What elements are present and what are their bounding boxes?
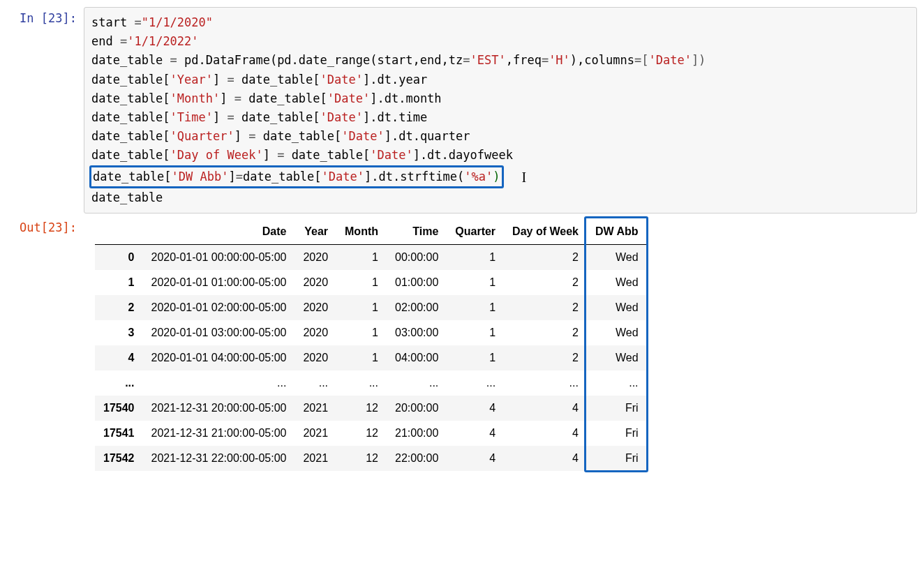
- cell-dwabb: ...: [587, 370, 647, 396]
- row-index: 17541: [95, 421, 143, 446]
- cell-dayofweek: 2: [504, 270, 587, 295]
- row-index: 17540: [95, 396, 143, 421]
- cell-time: 02:00:00: [387, 295, 447, 320]
- code-input-area[interactable]: start ="1/1/2020"end ='1/1/2022'date_tab…: [84, 7, 917, 213]
- dataframe-table: Date Year Month Time Quarter Day of Week…: [95, 219, 647, 471]
- cell-date: ...: [143, 370, 295, 396]
- input-prompt: In [23]:: [7, 7, 84, 25]
- cell-dwabb: Wed: [587, 244, 647, 270]
- output-prompt: Out[23]:: [7, 216, 84, 234]
- table-row: 175402021-12-31 20:00:00-05:0020211220:0…: [95, 396, 647, 421]
- cell-dwabb: Wed: [587, 270, 647, 295]
- cell-date: 2020-01-01 01:00:00-05:00: [143, 270, 295, 295]
- row-index: 17542: [95, 446, 143, 471]
- cell-month: 1: [336, 345, 387, 370]
- cell-date: 2020-01-01 00:00:00-05:00: [143, 244, 295, 270]
- table-row: 12020-01-01 01:00:00-05:002020101:00:001…: [95, 270, 647, 295]
- cell-quarter: 1: [447, 295, 504, 320]
- row-index: 1: [95, 270, 143, 295]
- cell-month: 12: [336, 446, 387, 471]
- cell-time: 04:00:00: [387, 345, 447, 370]
- cell-dwabb: Wed: [587, 345, 647, 370]
- row-index: 0: [95, 244, 143, 270]
- col-date: Date: [143, 219, 295, 245]
- cell-month: 1: [336, 270, 387, 295]
- header-row: Date Year Month Time Quarter Day of Week…: [95, 219, 647, 245]
- cell-dayofweek: 2: [504, 345, 587, 370]
- cell-dwabb: Fri: [587, 421, 647, 446]
- table-row: 22020-01-01 02:00:00-05:002020102:00:001…: [95, 295, 647, 320]
- col-year: Year: [295, 219, 336, 245]
- cell-year: 2020: [295, 320, 336, 345]
- cell-date: 2021-12-31 21:00:00-05:00: [143, 421, 295, 446]
- cell-quarter: 1: [447, 345, 504, 370]
- cell-quarter: 4: [447, 421, 504, 446]
- cell-quarter: 1: [447, 320, 504, 345]
- cell-year: 2020: [295, 244, 336, 270]
- table-row: 175412021-12-31 21:00:00-05:0020211221:0…: [95, 421, 647, 446]
- cell-month: 1: [336, 244, 387, 270]
- cell-date: 2020-01-01 02:00:00-05:00: [143, 295, 295, 320]
- cell-month: ...: [336, 370, 387, 396]
- cell-year: 2021: [295, 396, 336, 421]
- col-dwabb: DW Abb: [587, 219, 647, 245]
- cell-quarter: 1: [447, 244, 504, 270]
- cell-time: ...: [387, 370, 447, 396]
- cell-date: 2021-12-31 20:00:00-05:00: [143, 396, 295, 421]
- cell-dayofweek: ...: [504, 370, 587, 396]
- cell-quarter: 1: [447, 270, 504, 295]
- cell-date: 2020-01-01 03:00:00-05:00: [143, 320, 295, 345]
- table-row: 32020-01-01 03:00:00-05:002020103:00:001…: [95, 320, 647, 345]
- col-dayofweek: Day of Week: [504, 219, 587, 245]
- cell-year: ...: [295, 370, 336, 396]
- table-row: 42020-01-01 04:00:00-05:002020104:00:001…: [95, 345, 647, 370]
- cell-date: 2020-01-01 04:00:00-05:00: [143, 345, 295, 370]
- table-row: 02020-01-01 00:00:00-05:002020100:00:001…: [95, 244, 647, 270]
- cell-time: 22:00:00: [387, 446, 447, 471]
- row-index: ...: [95, 370, 143, 396]
- cell-year: 2020: [295, 345, 336, 370]
- cell-quarter: 4: [447, 446, 504, 471]
- cell-dayofweek: 4: [504, 396, 587, 421]
- cell-month: 12: [336, 421, 387, 446]
- col-quarter: Quarter: [447, 219, 504, 245]
- cell-time: 01:00:00: [387, 270, 447, 295]
- cell-quarter: ...: [447, 370, 504, 396]
- cell-year: 2021: [295, 421, 336, 446]
- col-month: Month: [336, 219, 387, 245]
- cell-dayofweek: 2: [504, 320, 587, 345]
- cell-dayofweek: 4: [504, 421, 587, 446]
- cell-time: 00:00:00: [387, 244, 447, 270]
- cell-dwabb: Fri: [587, 396, 647, 421]
- table-row: 175422021-12-31 22:00:00-05:0020211222:0…: [95, 446, 647, 471]
- cell-dwabb: Wed: [587, 320, 647, 345]
- cell-time: 21:00:00: [387, 421, 447, 446]
- cell-date: 2021-12-31 22:00:00-05:00: [143, 446, 295, 471]
- cell-month: 1: [336, 320, 387, 345]
- cell-dayofweek: 2: [504, 295, 587, 320]
- cell-dayofweek: 4: [504, 446, 587, 471]
- cell-year: 2021: [295, 446, 336, 471]
- text-cursor-icon: I: [504, 166, 527, 188]
- cell-time: 03:00:00: [387, 320, 447, 345]
- row-index: 2: [95, 295, 143, 320]
- output-area: Date Year Month Time Quarter Day of Week…: [84, 216, 917, 474]
- cell-year: 2020: [295, 295, 336, 320]
- input-cell: In [23]: start ="1/1/2020"end ='1/1/2022…: [7, 7, 917, 213]
- output-cell: Out[23]: Date Year Month Time Quarter Da…: [7, 216, 917, 474]
- table-row: ........................: [95, 370, 647, 396]
- cell-month: 12: [336, 396, 387, 421]
- cell-dayofweek: 2: [504, 244, 587, 270]
- col-index: [95, 219, 143, 245]
- cell-quarter: 4: [447, 396, 504, 421]
- cell-month: 1: [336, 295, 387, 320]
- dataframe-wrapper: Date Year Month Time Quarter Day of Week…: [95, 219, 647, 471]
- cell-dwabb: Fri: [587, 446, 647, 471]
- col-time: Time: [387, 219, 447, 245]
- row-index: 3: [95, 320, 143, 345]
- row-index: 4: [95, 345, 143, 370]
- cell-year: 2020: [295, 270, 336, 295]
- highlighted-code-line: date_table['DW Abb']=date_table['Date'].…: [89, 165, 504, 188]
- cell-time: 20:00:00: [387, 396, 447, 421]
- cell-dwabb: Wed: [587, 295, 647, 320]
